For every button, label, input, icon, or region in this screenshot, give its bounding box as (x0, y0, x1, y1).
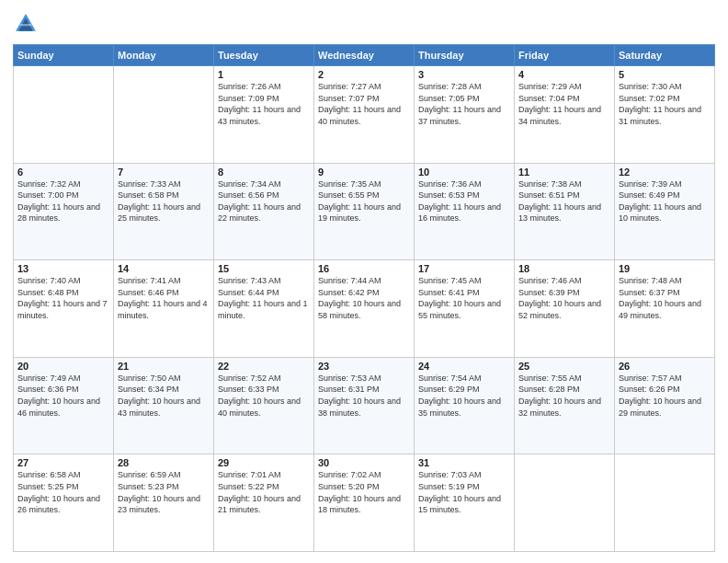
cell-info: Sunrise: 7:03 AMSunset: 5:19 PMDaylight:… (418, 469, 510, 515)
cell-info: Sunrise: 7:52 AMSunset: 6:33 PMDaylight:… (218, 373, 310, 419)
day-number: 14 (118, 263, 210, 274)
day-number: 26 (619, 361, 711, 372)
day-number: 4 (518, 69, 610, 80)
weekday-header: Saturday (615, 45, 715, 66)
day-number: 3 (418, 69, 510, 80)
cell-info: Sunrise: 7:41 AMSunset: 6:46 PMDaylight:… (118, 275, 210, 321)
calendar-cell: 30Sunrise: 7:02 AMSunset: 5:20 PMDayligh… (314, 454, 415, 552)
day-number: 6 (17, 167, 109, 178)
day-number: 23 (318, 361, 410, 372)
calendar-cell: 29Sunrise: 7:01 AMSunset: 5:22 PMDayligh… (214, 454, 314, 552)
day-number: 27 (17, 457, 109, 468)
cell-info: Sunrise: 7:36 AMSunset: 6:53 PMDaylight:… (418, 178, 510, 224)
weekday-header: Tuesday (214, 45, 314, 66)
cell-info: Sunrise: 7:45 AMSunset: 6:41 PMDaylight:… (418, 275, 510, 321)
cell-info: Sunrise: 7:43 AMSunset: 6:44 PMDaylight:… (218, 275, 310, 321)
page: SundayMondayTuesdayWednesdayThursdayFrid… (0, 0, 728, 563)
cell-info: Sunrise: 7:44 AMSunset: 6:42 PMDaylight:… (318, 275, 410, 321)
calendar-cell: 9Sunrise: 7:35 AMSunset: 6:55 PMDaylight… (314, 163, 415, 260)
calendar-cell: 28Sunrise: 6:59 AMSunset: 5:23 PMDayligh… (114, 454, 214, 552)
calendar-cell: 6Sunrise: 7:32 AMSunset: 7:00 PMDaylight… (14, 163, 114, 260)
weekday-header: Monday (114, 45, 214, 66)
day-number: 20 (17, 361, 109, 372)
calendar-cell (14, 66, 114, 164)
cell-info: Sunrise: 7:48 AMSunset: 6:37 PMDaylight:… (619, 275, 711, 321)
day-number: 13 (17, 263, 109, 274)
calendar-cell: 23Sunrise: 7:53 AMSunset: 6:31 PMDayligh… (314, 357, 415, 454)
day-number: 5 (619, 69, 711, 80)
cell-info: Sunrise: 7:02 AMSunset: 5:20 PMDaylight:… (318, 469, 410, 515)
day-number: 29 (218, 457, 310, 468)
cell-info: Sunrise: 7:40 AMSunset: 6:48 PMDaylight:… (17, 275, 109, 321)
cell-info: Sunrise: 7:54 AMSunset: 6:29 PMDaylight:… (418, 373, 510, 419)
day-number: 18 (518, 263, 610, 274)
day-number: 16 (318, 263, 410, 274)
header (13, 11, 715, 37)
calendar-cell: 8Sunrise: 7:34 AMSunset: 6:56 PMDaylight… (214, 163, 314, 260)
weekday-header: Sunday (14, 45, 114, 66)
day-number: 10 (418, 167, 510, 178)
calendar-cell: 27Sunrise: 6:58 AMSunset: 5:25 PMDayligh… (14, 454, 114, 552)
calendar-table: SundayMondayTuesdayWednesdayThursdayFrid… (13, 44, 715, 552)
weekday-header: Friday (515, 45, 615, 66)
day-number: 24 (418, 361, 510, 372)
calendar-cell: 12Sunrise: 7:39 AMSunset: 6:49 PMDayligh… (615, 163, 715, 260)
logo-icon (13, 11, 39, 37)
calendar-cell (615, 454, 715, 552)
calendar-week-row: 20Sunrise: 7:49 AMSunset: 6:36 PMDayligh… (14, 357, 715, 454)
calendar-header-row: SundayMondayTuesdayWednesdayThursdayFrid… (14, 45, 715, 66)
cell-info: Sunrise: 7:35 AMSunset: 6:55 PMDaylight:… (318, 178, 410, 224)
calendar-cell: 13Sunrise: 7:40 AMSunset: 6:48 PMDayligh… (14, 260, 114, 358)
logo (13, 11, 42, 37)
cell-info: Sunrise: 7:49 AMSunset: 6:36 PMDaylight:… (17, 373, 109, 419)
day-number: 1 (218, 69, 310, 80)
calendar-week-row: 27Sunrise: 6:58 AMSunset: 5:25 PMDayligh… (14, 454, 715, 552)
cell-info: Sunrise: 6:59 AMSunset: 5:23 PMDaylight:… (118, 469, 210, 515)
calendar-week-row: 6Sunrise: 7:32 AMSunset: 7:00 PMDaylight… (14, 163, 715, 260)
weekday-header: Wednesday (314, 45, 415, 66)
calendar-cell: 22Sunrise: 7:52 AMSunset: 6:33 PMDayligh… (214, 357, 314, 454)
day-number: 8 (218, 167, 310, 178)
calendar-cell: 5Sunrise: 7:30 AMSunset: 7:02 PMDaylight… (615, 66, 715, 164)
calendar-cell: 18Sunrise: 7:46 AMSunset: 6:39 PMDayligh… (515, 260, 615, 358)
cell-info: Sunrise: 7:01 AMSunset: 5:22 PMDaylight:… (218, 469, 310, 515)
calendar-cell (114, 66, 214, 164)
day-number: 31 (418, 457, 510, 468)
day-number: 11 (518, 167, 610, 178)
calendar-cell (515, 454, 615, 552)
cell-info: Sunrise: 7:26 AMSunset: 7:09 PMDaylight:… (218, 81, 310, 127)
day-number: 9 (318, 167, 410, 178)
calendar-cell: 14Sunrise: 7:41 AMSunset: 6:46 PMDayligh… (114, 260, 214, 358)
calendar-cell: 4Sunrise: 7:29 AMSunset: 7:04 PMDaylight… (515, 66, 615, 164)
cell-info: Sunrise: 7:30 AMSunset: 7:02 PMDaylight:… (619, 81, 711, 127)
calendar-cell: 19Sunrise: 7:48 AMSunset: 6:37 PMDayligh… (615, 260, 715, 358)
calendar-cell: 25Sunrise: 7:55 AMSunset: 6:28 PMDayligh… (515, 357, 615, 454)
weekday-header: Thursday (415, 45, 515, 66)
cell-info: Sunrise: 7:32 AMSunset: 7:00 PMDaylight:… (17, 178, 109, 224)
day-number: 28 (118, 457, 210, 468)
cell-info: Sunrise: 7:38 AMSunset: 6:51 PMDaylight:… (518, 178, 610, 224)
calendar-cell: 15Sunrise: 7:43 AMSunset: 6:44 PMDayligh… (214, 260, 314, 358)
cell-info: Sunrise: 7:53 AMSunset: 6:31 PMDaylight:… (318, 373, 410, 419)
calendar-cell: 24Sunrise: 7:54 AMSunset: 6:29 PMDayligh… (415, 357, 515, 454)
calendar-cell: 7Sunrise: 7:33 AMSunset: 6:58 PMDaylight… (114, 163, 214, 260)
calendar-week-row: 1Sunrise: 7:26 AMSunset: 7:09 PMDaylight… (14, 66, 715, 164)
day-number: 7 (118, 167, 210, 178)
calendar-cell: 10Sunrise: 7:36 AMSunset: 6:53 PMDayligh… (415, 163, 515, 260)
cell-info: Sunrise: 7:34 AMSunset: 6:56 PMDaylight:… (218, 178, 310, 224)
calendar-cell: 26Sunrise: 7:57 AMSunset: 6:26 PMDayligh… (615, 357, 715, 454)
cell-info: Sunrise: 7:33 AMSunset: 6:58 PMDaylight:… (118, 178, 210, 224)
calendar-cell: 17Sunrise: 7:45 AMSunset: 6:41 PMDayligh… (415, 260, 515, 358)
cell-info: Sunrise: 6:58 AMSunset: 5:25 PMDaylight:… (17, 469, 109, 515)
calendar-cell: 2Sunrise: 7:27 AMSunset: 7:07 PMDaylight… (314, 66, 415, 164)
calendar-cell: 21Sunrise: 7:50 AMSunset: 6:34 PMDayligh… (114, 357, 214, 454)
cell-info: Sunrise: 7:28 AMSunset: 7:05 PMDaylight:… (418, 81, 510, 127)
cell-info: Sunrise: 7:29 AMSunset: 7:04 PMDaylight:… (518, 81, 610, 127)
day-number: 17 (418, 263, 510, 274)
cell-info: Sunrise: 7:50 AMSunset: 6:34 PMDaylight:… (118, 373, 210, 419)
day-number: 2 (318, 69, 410, 80)
calendar-cell: 20Sunrise: 7:49 AMSunset: 6:36 PMDayligh… (14, 357, 114, 454)
cell-info: Sunrise: 7:46 AMSunset: 6:39 PMDaylight:… (518, 275, 610, 321)
day-number: 25 (518, 361, 610, 372)
cell-info: Sunrise: 7:55 AMSunset: 6:28 PMDaylight:… (518, 373, 610, 419)
